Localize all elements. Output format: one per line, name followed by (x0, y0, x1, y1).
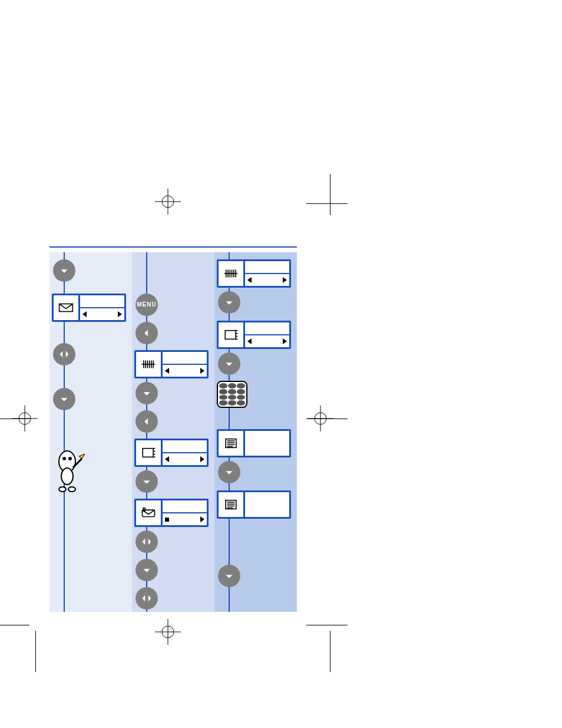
screen-card (217, 259, 291, 288)
svg-rect-21 (143, 449, 153, 457)
flow-column-3 (214, 252, 297, 612)
crop-mark (306, 625, 348, 625)
screen-card (134, 499, 209, 527)
down-nav-button (135, 470, 158, 493)
page: MENU (0, 0, 562, 728)
down-nav-button (53, 259, 75, 282)
svg-marker-18 (79, 454, 85, 459)
svg-point-14 (62, 457, 66, 460)
svg-point-16 (61, 468, 73, 485)
phonebook-icon (136, 440, 163, 465)
flow-column-1 (49, 252, 132, 612)
down-nav-button (218, 291, 240, 314)
satellite-icon (219, 261, 245, 286)
flow-column-2: MENU (132, 252, 214, 612)
mascot (49, 447, 85, 494)
crop-mark (330, 631, 330, 672)
down-nav-button (218, 353, 240, 375)
svg-point-15 (68, 457, 72, 460)
down-nav-button (53, 388, 75, 410)
crop-mark (35, 631, 36, 672)
title-rule (49, 246, 297, 248)
left-right-nav-button (53, 343, 75, 365)
crop-mark (330, 174, 330, 215)
crop-mark (306, 203, 348, 204)
left-nav-button (135, 410, 158, 433)
down-nav-button (218, 461, 240, 483)
keypad-icon (217, 381, 247, 408)
screen-card (217, 321, 291, 349)
screen-card (217, 429, 291, 457)
down-nav-button (135, 559, 158, 581)
phonebook-icon (219, 322, 245, 347)
screen-card (134, 350, 209, 378)
envelope-icon (54, 295, 80, 320)
down-nav-button (135, 382, 158, 404)
svg-point-20 (68, 487, 75, 492)
screen-card (52, 294, 126, 322)
crop-mark (0, 625, 29, 625)
svg-point-19 (59, 487, 66, 492)
registration-mark-icon (155, 189, 181, 215)
screen-card (134, 439, 209, 467)
mailbox-icon (136, 500, 163, 525)
left-right-nav-button (135, 587, 158, 610)
list-icon (219, 431, 245, 456)
registration-mark-icon (308, 406, 333, 431)
mascot-icon (49, 447, 85, 494)
satellite-icon (136, 352, 163, 377)
screen-card (217, 490, 291, 519)
list-icon (219, 492, 245, 517)
down-nav-button (218, 565, 240, 587)
left-nav-button (135, 322, 158, 344)
svg-rect-28 (225, 331, 236, 340)
flowchart: MENU (49, 246, 297, 612)
left-right-nav-button (135, 531, 158, 553)
menu-button: MENU (135, 294, 158, 316)
registration-mark-icon (155, 619, 181, 645)
registration-mark-icon (12, 406, 38, 431)
